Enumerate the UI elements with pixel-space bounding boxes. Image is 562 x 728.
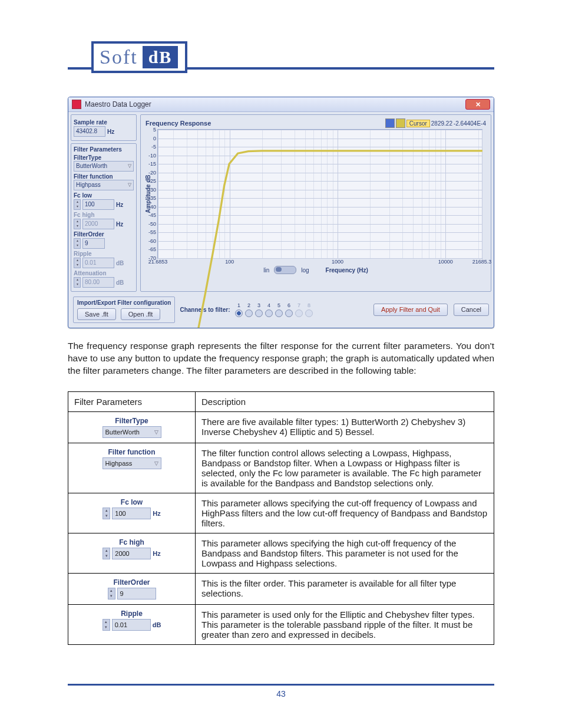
window-title: Maestro Data Logger <box>85 100 465 108</box>
page-number: 43 <box>68 689 494 699</box>
fc-low-spin[interactable]: ▴▾ <box>74 199 81 210</box>
attenuation-unit: dB <box>116 279 124 286</box>
titlebar: Maestro Data Logger ✕ <box>68 97 494 112</box>
body-paragraph: The frequency response graph represents … <box>68 340 494 377</box>
table-row: Ripple▴▾0.01dBThis parameter is used onl… <box>68 604 494 644</box>
param-description: This is the filter order. This parameter… <box>196 573 494 604</box>
frequency-response-graph: Frequency Response Cursor 2829.22 -2.644… <box>140 114 491 292</box>
page-footer: 43 <box>68 684 494 699</box>
attenuation-spin: ▴▾ <box>74 277 81 288</box>
param-label: FilterType <box>115 417 148 425</box>
attenuation-input: 80.00 <box>82 277 114 288</box>
cursor-y: -2.64404E-4 <box>454 120 486 127</box>
chevron-down-icon: ▽ <box>128 181 131 189</box>
param-description: There are five available filter types: 1… <box>196 411 494 443</box>
sample-rate-panel: Sample rate 43402.8 Hz <box>71 114 137 141</box>
param-label: Fc low <box>121 498 143 506</box>
param-spin[interactable]: ▴▾ <box>103 619 110 631</box>
scale-slider[interactable] <box>274 266 296 274</box>
save-flt-button[interactable]: Save .flt <box>77 308 116 320</box>
cursor-tool-icon[interactable] <box>385 118 395 128</box>
close-icon[interactable]: ✕ <box>465 99 490 110</box>
ripple-spin: ▴▾ <box>74 258 81 268</box>
logo: Soft dB <box>91 41 187 73</box>
chevron-down-icon: ▽ <box>128 162 131 170</box>
param-description: This parameter is used only for the Elli… <box>196 604 494 644</box>
cursor-readout: Cursor 2829.22 -2.64404E-4 <box>385 118 486 128</box>
param-select[interactable]: ButterWorth▽ <box>103 426 161 438</box>
plot-area[interactable]: Amplitude dB 50-5-10-15-20-25-30-35-40-4… <box>157 129 482 259</box>
param-description: This parameter allows specifying the hig… <box>196 533 494 573</box>
filter-type-label: FilterType <box>74 154 134 161</box>
param-unit: Hz <box>153 510 160 517</box>
footer-rule <box>68 684 494 686</box>
cursor-x: 2829.22 <box>431 120 452 127</box>
param-input[interactable]: 100 <box>112 508 151 519</box>
header-rule-right <box>187 67 494 70</box>
sample-rate-label: Sample rate <box>74 119 134 126</box>
fc-high-unit: Hz <box>116 221 123 228</box>
table-row: Fc low▴▾100HzThis parameter allows speci… <box>68 493 494 533</box>
param-select[interactable]: Highpass▽ <box>103 457 161 469</box>
app-window: Maestro Data Logger ✕ Sample rate 43402.… <box>68 97 494 328</box>
table-row: FilterTypeButterWorth▽There are five ava… <box>68 411 494 443</box>
param-label: Filter function <box>108 448 156 456</box>
response-curve <box>157 129 482 328</box>
table-row: Fc high▴▾2000HzThis parameter allows spe… <box>68 533 494 573</box>
filter-order-spin[interactable]: ▴▾ <box>74 238 81 249</box>
ripple-input: 0.01 <box>82 258 114 268</box>
filter-type-select[interactable]: ButterWorth▽ <box>74 161 134 172</box>
ripple-unit: dB <box>116 260 124 266</box>
table-header-params: Filter Parameters <box>68 391 196 411</box>
fc-low-unit: Hz <box>116 202 123 208</box>
sample-rate-value: 43402.8 <box>74 126 105 137</box>
fc-high-input: 2000 <box>82 219 114 229</box>
page-header: Soft dB <box>68 41 494 73</box>
channel-radio <box>295 309 303 317</box>
param-spin[interactable]: ▴▾ <box>103 548 110 559</box>
chevron-down-icon: ▽ <box>154 459 158 468</box>
fc-high-spin: ▴▾ <box>74 219 81 229</box>
param-label: Ripple <box>121 610 143 618</box>
filter-order-label: FilterOrder <box>74 231 134 238</box>
chevron-down-icon: ▽ <box>154 427 158 437</box>
ripple-label: Ripple <box>74 251 134 257</box>
filter-params-panel: Filter Parameters FilterType ButterWorth… <box>71 143 137 292</box>
table-header-desc: Description <box>196 391 494 411</box>
fc-high-label: Fc high <box>74 212 134 218</box>
param-unit: dB <box>153 621 161 628</box>
param-input[interactable]: 2000 <box>112 548 151 559</box>
filter-params-title: Filter Parameters <box>74 146 134 153</box>
param-label: FilterOrder <box>113 578 150 587</box>
open-flt-button[interactable]: Open .flt <box>121 308 161 320</box>
table-row: Filter functionHighpass▽The filter funct… <box>68 443 494 493</box>
param-input[interactable]: 0.01 <box>112 619 151 631</box>
param-description: The filter function control allows selec… <box>196 443 494 493</box>
param-description: This parameter allows specifying the cut… <box>196 493 494 533</box>
header-rule-left <box>68 67 91 70</box>
param-spin[interactable]: ▴▾ <box>103 508 110 519</box>
param-unit: Hz <box>153 550 160 557</box>
attenuation-label: Attenuation <box>74 270 134 276</box>
filter-function-select[interactable]: Highpass▽ <box>74 180 134 190</box>
param-label: Fc high <box>119 538 144 546</box>
filter-order-input[interactable]: 9 <box>82 238 105 249</box>
channel-radio <box>305 309 313 317</box>
app-icon <box>72 100 81 109</box>
graph-title: Frequency Response <box>146 120 211 127</box>
filter-function-label: Filter function <box>74 173 134 180</box>
filter-params-table: Filter Parameters Description FilterType… <box>68 391 494 645</box>
cursor-color-icon[interactable] <box>396 118 405 128</box>
table-row: FilterOrder▴▾9This is the filter order. … <box>68 573 494 604</box>
logo-text-soft: Soft <box>100 46 138 68</box>
sample-rate-unit: Hz <box>107 129 114 135</box>
logo-text-db: dB <box>143 46 178 68</box>
fc-low-label: Fc low <box>74 192 134 199</box>
param-input[interactable]: 9 <box>117 588 156 599</box>
fc-low-input[interactable]: 100 <box>82 199 114 210</box>
param-spin[interactable]: ▴▾ <box>108 588 115 599</box>
cursor-label: Cursor <box>406 120 430 127</box>
